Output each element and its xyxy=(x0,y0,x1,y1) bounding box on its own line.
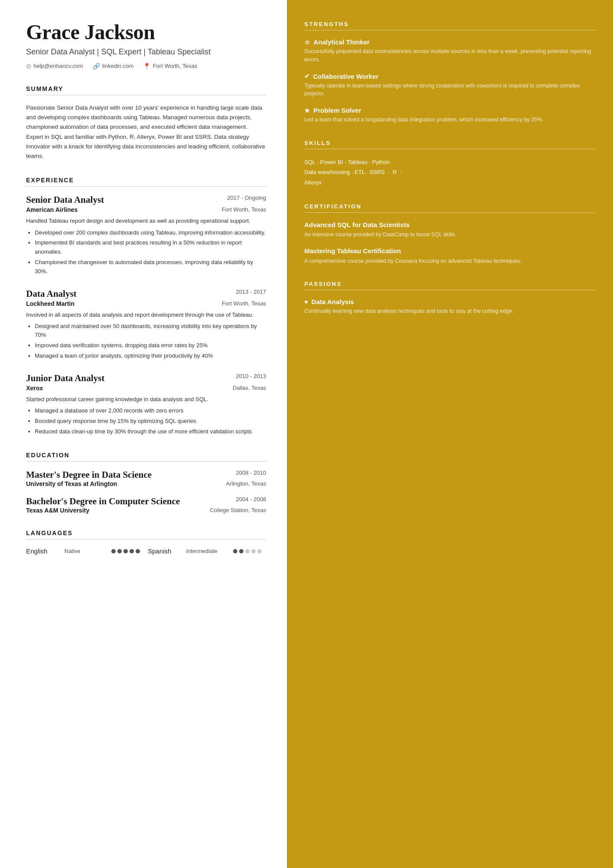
bullet-1-1: Developed over 200 complex dashboards us… xyxy=(35,228,266,238)
job-desc-1: Handled Tableau report design and develo… xyxy=(26,217,266,225)
cert-item-1: Advanced SQL for Data Scientists An inte… xyxy=(304,221,596,239)
header: Grace Jackson Senior Data Analyst | SQL … xyxy=(26,21,266,70)
summary-divider xyxy=(26,95,266,95)
job-location-3: Dallas, Texas xyxy=(233,385,266,392)
languages-title: LANGUAGES xyxy=(26,530,266,536)
job-dates-3: 2010 - 2013 xyxy=(236,373,266,379)
edu-entry-1: Master's Degree in Data Science 2008 - 2… xyxy=(26,469,266,487)
cert-name-1: Advanced SQL for Data Scientists xyxy=(304,221,596,229)
job-bullets-2: Designed and maintained over 50 dashboar… xyxy=(26,322,266,361)
location-icon: 📍 xyxy=(143,63,150,70)
dot-es-3 xyxy=(245,549,250,553)
strength-title-3: ★ Problem Solver xyxy=(304,107,596,114)
strength-name-2: Collaborative Worker xyxy=(313,73,379,80)
job-title-1: Senior Data Analyst xyxy=(26,194,104,205)
education-section: EDUCATION Master's Degree in Data Scienc… xyxy=(26,452,266,514)
lang-name-english: English xyxy=(26,547,57,555)
job-sub-3: Xerox Dallas, Texas xyxy=(26,385,266,392)
job-location-2: Fort Worth, Texas xyxy=(222,300,266,307)
edu-school-1: University of Texas at Arlington xyxy=(26,480,117,487)
summary-text: Passionate Senior Data Analyst with over… xyxy=(26,103,266,161)
job-dates-1: 2017 - Ongoing xyxy=(227,194,266,201)
dot-es-2 xyxy=(239,549,243,553)
lang-dots-spanish xyxy=(233,549,262,553)
email-value: help@enhancv.com xyxy=(33,63,83,69)
strength-title-1: ☆ Analytical Thinker xyxy=(304,38,596,46)
strengths-title: STRENGTHS xyxy=(304,21,596,27)
strength-desc-3: Led a team that solved a longstanding da… xyxy=(304,116,596,124)
languages-row: English Native Spanish Intermediate xyxy=(26,547,266,555)
contact-bar: ⊙ help@enhancv.com 🔗 linkedin.com 📍 Fort… xyxy=(26,63,266,70)
languages-divider xyxy=(26,539,266,540)
linkedin-contact: 🔗 linkedin.com xyxy=(93,63,133,70)
job-company-2: Lockheed Martin xyxy=(26,300,74,307)
job-bullets-3: Managed a database of over 2,000 records… xyxy=(26,406,266,436)
strengths-divider xyxy=(304,30,596,30)
job-dates-2: 2013 - 2017 xyxy=(236,288,266,295)
bullet-3-1: Managed a database of over 2,000 records… xyxy=(35,406,266,416)
strength-icon-3: ★ xyxy=(304,107,310,114)
email-icon: ⊙ xyxy=(26,63,31,70)
dot-es-5 xyxy=(257,549,262,553)
experience-divider xyxy=(26,186,266,187)
bullet-1-2: Implemented BI standards and best practi… xyxy=(35,238,266,257)
left-column: Grace Jackson Senior Data Analyst | SQL … xyxy=(0,0,287,868)
linkedin-value: linkedin.com xyxy=(102,63,133,69)
lang-level-spanish: Intermediate xyxy=(186,548,225,554)
strength-name-3: Problem Solver xyxy=(313,107,361,114)
dot-en-4 xyxy=(130,549,134,553)
passion-desc-1: Continually learning new data analysis t… xyxy=(304,307,596,315)
skills-divider xyxy=(304,149,596,149)
job-header-2: Data Analyst 2013 - 2017 xyxy=(26,288,266,299)
certification-divider xyxy=(304,212,596,213)
strength-1: ☆ Analytical Thinker Successfully pinpoi… xyxy=(304,38,596,64)
job-desc-2: Involved in all aspects of data analysis… xyxy=(26,311,266,319)
edu-sub-1: University of Texas at Arlington Arlingt… xyxy=(26,480,266,487)
edu-degree-2: Bachelor's Degree in Computer Science xyxy=(26,496,180,507)
strength-3: ★ Problem Solver Led a team that solved … xyxy=(304,107,596,124)
edu-entry-2: Bachelor's Degree in Computer Science 20… xyxy=(26,496,266,514)
passion-name-1: Data Analysis xyxy=(311,298,354,305)
cert-item-2: Mastering Tableau Certification A compre… xyxy=(304,247,596,265)
strengths-section: STRENGTHS ☆ Analytical Thinker Successfu… xyxy=(304,21,596,124)
job-title-2: Data Analyst xyxy=(26,288,77,299)
edu-dates-2: 2004 - 2008 xyxy=(236,496,266,507)
edu-degree-1: Master's Degree in Data Science xyxy=(26,469,152,480)
dot-es-1 xyxy=(233,549,237,553)
bullet-1-3: Championed the changeover to automated d… xyxy=(35,258,266,276)
passion-icon-1: ♥ xyxy=(304,298,308,305)
edu-school-2: Texas A&M University xyxy=(26,507,90,514)
dot-es-4 xyxy=(251,549,256,553)
cert-name-2: Mastering Tableau Certification xyxy=(304,247,596,255)
job-bullets-1: Developed over 200 complex dashboards us… xyxy=(26,228,266,276)
bullet-2-1: Designed and maintained over 50 dashboar… xyxy=(35,322,266,340)
job-header-1: Senior Data Analyst 2017 - Ongoing xyxy=(26,194,266,205)
job-entry-2: Data Analyst 2013 - 2017 Lockheed Martin… xyxy=(26,288,266,361)
skills-title: SKILLS xyxy=(304,140,596,146)
candidate-title: Senior Data Analyst | SQL Expert | Table… xyxy=(26,47,266,57)
lang-dots-english xyxy=(111,549,140,553)
certification-section: CERTIFICATION Advanced SQL for Data Scie… xyxy=(304,203,596,265)
edu-location-1: Arlington, Texas xyxy=(226,480,266,487)
linkedin-icon: 🔗 xyxy=(93,63,100,70)
certification-title: CERTIFICATION xyxy=(304,203,596,210)
job-sub-2: Lockheed Martin Fort Worth, Texas xyxy=(26,300,266,307)
lang-name-spanish: Spanish xyxy=(148,547,178,555)
job-header-3: Junior Data Analyst 2010 - 2013 xyxy=(26,373,266,384)
bullet-2-2: Improved data verification systems, drop… xyxy=(35,341,266,350)
summary-section: SUMMARY Passionate Senior Data Analyst w… xyxy=(26,85,266,161)
cert-desc-1: An intensive course provided by DataCamp… xyxy=(304,231,596,239)
strength-icon-1: ☆ xyxy=(304,39,310,46)
experience-section: EXPERIENCE Senior Data Analyst 2017 - On… xyxy=(26,177,266,436)
job-sub-1: American Airlines Fort Worth, Texas xyxy=(26,206,266,213)
job-desc-3: Started professional career gaining know… xyxy=(26,395,266,404)
right-column: STRENGTHS ☆ Analytical Thinker Successfu… xyxy=(287,0,613,868)
strength-desc-1: Successfully pinpointed data inconsisten… xyxy=(304,47,596,64)
edu-sub-2: Texas A&M University College Station, Te… xyxy=(26,507,266,514)
lang-level-english: Native xyxy=(64,548,103,554)
passions-title: PASSIONS xyxy=(304,281,596,287)
job-company-3: Xerox xyxy=(26,385,43,392)
candidate-name: Grace Jackson xyxy=(26,21,266,44)
dot-en-1 xyxy=(111,549,116,553)
education-title: EDUCATION xyxy=(26,452,266,459)
